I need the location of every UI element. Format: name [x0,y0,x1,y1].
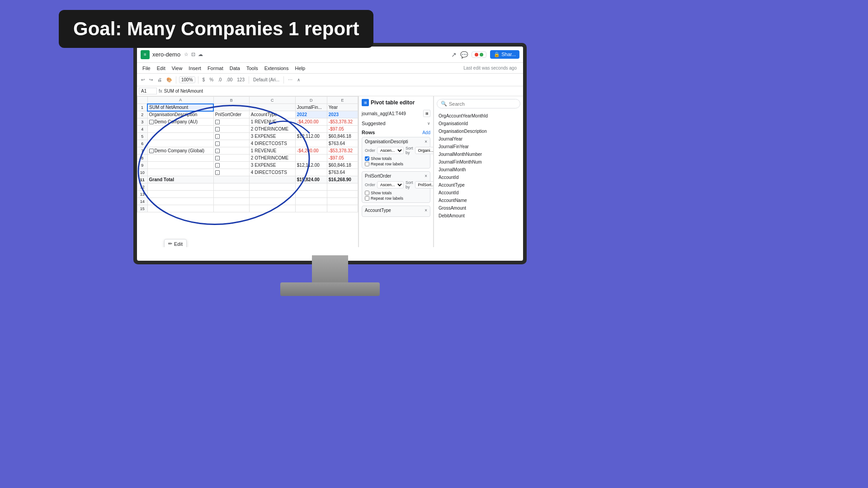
percent-button[interactable]: % [208,77,215,83]
more-options-button[interactable]: ⋯ [287,77,294,83]
cell-e4[interactable]: -$97.05 [327,126,358,133]
comment-icon[interactable]: 💬 [460,51,468,58]
cell-d10[interactable] [295,169,327,176]
font-selector[interactable]: Default (Ari... [252,77,281,83]
cell-c14[interactable] [249,198,295,205]
cell-e8[interactable]: -$97.05 [327,155,358,162]
cell-a5[interactable] [147,133,213,140]
cell-e11[interactable]: $16,268.90 [327,176,358,183]
repeat-row-labels-checkbox-1[interactable] [365,162,369,166]
cell-b13[interactable] [213,191,249,198]
cell-d12[interactable] [295,183,327,191]
decimal-decrease-button[interactable]: .0 [217,77,223,83]
cell-a10[interactable] [147,169,213,176]
cell-d1[interactable]: JournalFin... [295,104,327,111]
cell-d15[interactable] [295,205,327,212]
field-item[interactable]: JournalMonth [437,166,520,174]
cell-e3[interactable]: -$53,378.32 [327,118,358,126]
grid-icon-button[interactable]: ⊞ [423,110,430,117]
cell-e7[interactable]: -$53,378.32 [327,147,358,155]
field-item[interactable]: OrganisationDescription [437,127,520,135]
cell-e1[interactable]: Year [327,104,358,111]
collapse-toolbar-button[interactable]: ∧ [296,77,302,83]
chip-close-pnl[interactable]: × [425,174,427,178]
cell-d9[interactable]: $12,112.00 [295,162,327,169]
cell-a13[interactable] [147,191,213,198]
cell-d7[interactable]: -$4,200.00 [295,147,327,155]
cell-c15[interactable] [249,205,295,212]
field-item[interactable]: OrgAccountYearMonthId [437,112,520,120]
cell-b11[interactable] [213,176,249,183]
menu-tools[interactable]: Tools [244,65,261,72]
minus-button[interactable]: - [215,120,220,124]
more-formats-button[interactable]: 123 [236,77,246,83]
cell-c8[interactable]: 2 OTHERINCOME [249,155,295,162]
print-button[interactable]: 🖨 [156,77,163,83]
repeat-row-labels-checkbox-2[interactable] [365,196,369,201]
field-item[interactable]: JournalYear [437,135,520,143]
cell-e9[interactable]: $60,846.18 [327,162,358,169]
cell-b4[interactable]: - [213,126,249,133]
cell-b9[interactable]: - [213,162,249,169]
minus-button[interactable]: - [215,127,220,131]
show-totals-checkbox-2[interactable] [365,191,369,195]
cell-d6[interactable] [295,140,327,147]
cell-b6[interactable]: - [213,140,249,147]
sort-select-2[interactable]: PnlSort... [415,181,434,188]
cell-a15[interactable] [147,205,213,212]
cell-a11[interactable]: Grand Total [147,176,213,183]
order-select-2[interactable]: Ascen... [377,181,404,188]
cell-d8[interactable] [295,155,327,162]
cell-c11[interactable] [249,176,295,183]
cell-e12[interactable] [327,183,358,191]
cell-d5[interactable]: $12,112.00 [295,133,327,140]
field-item[interactable]: JournalFinYear [437,143,520,150]
google-meet-button[interactable] [472,52,486,58]
rows-add-button[interactable]: Add [422,130,430,135]
cell-a8[interactable] [147,155,213,162]
cell-d4[interactable] [295,126,327,133]
cell-reference[interactable]: A1 [139,88,157,94]
zoom-selector[interactable]: 100% [179,76,195,83]
cell-c10[interactable]: 4 DIRECTCOSTS [249,169,295,176]
chip-close-acct[interactable]: × [425,208,427,213]
field-item[interactable]: OrganisationId [437,120,520,127]
field-item[interactable]: DebitAmount [437,212,520,220]
cell-e13[interactable] [327,191,358,198]
cell-b7[interactable]: - [213,147,249,155]
cell-b15[interactable] [213,205,249,212]
menu-format[interactable]: Format [205,65,226,72]
cell-c3[interactable]: 1 REVENUE [249,118,295,126]
cell-d11[interactable]: $15,824.00 [295,176,327,183]
menu-insert[interactable]: Insert [186,65,204,72]
cell-a4[interactable] [147,126,213,133]
field-item[interactable]: AccountType [437,181,520,189]
cell-d13[interactable] [295,191,327,198]
cell-e5[interactable]: $60,846.18 [327,133,358,140]
field-item[interactable]: AccountName [437,197,520,204]
cell-a6[interactable] [147,140,213,147]
cell-d2[interactable]: 2022 [295,111,327,118]
cell-b14[interactable] [213,198,249,205]
currency-button[interactable]: $ [201,77,207,83]
menu-data[interactable]: Data [227,65,243,72]
minus-button[interactable]: - [215,170,220,175]
field-item[interactable]: GrossAmount [437,204,520,212]
decimal-increase-button[interactable]: .00 [225,77,234,83]
chart-icon[interactable]: ↗ [451,51,457,58]
search-input[interactable] [449,101,516,107]
cell-e15[interactable] [327,205,358,212]
minus-button[interactable]: - [215,134,220,139]
minus-button[interactable]: - [215,163,220,168]
cell-c7[interactable]: 1 REVENUE [249,147,295,155]
menu-edit[interactable]: Edit [154,65,168,72]
cell-c6[interactable]: 4 DIRECTCOSTS [249,140,295,147]
cell-d3[interactable]: -$4,200.00 [295,118,327,126]
cell-e2[interactable]: 2023 [327,111,358,118]
edit-tooltip[interactable]: ✏ Edit [164,239,187,247]
cell-b3[interactable]: - [213,118,249,126]
cell-b1[interactable] [213,104,249,111]
cell-d14[interactable] [295,198,327,205]
cell-b12[interactable] [213,183,249,191]
minus-button[interactable]: - [215,149,220,153]
